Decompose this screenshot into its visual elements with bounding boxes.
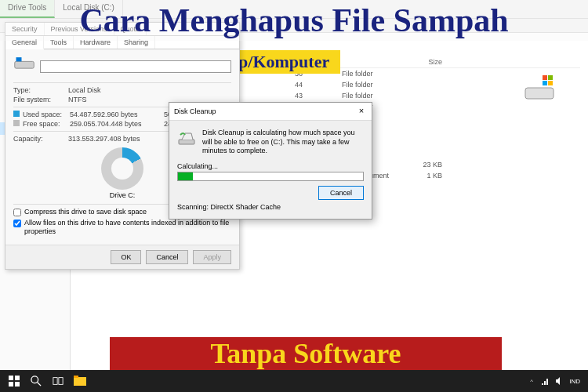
svg-rect-2 — [179, 140, 194, 144]
progress-bar — [177, 172, 364, 181]
svg-rect-10 — [15, 376, 20, 380]
fs-value: NTFS — [68, 96, 87, 103]
language-indicator[interactable]: IND — [569, 378, 580, 385]
task-view-icon[interactable] — [49, 372, 67, 390]
svg-rect-16 — [59, 378, 63, 385]
cleanup-cancel-button[interactable]: Cancel — [318, 186, 364, 200]
compress-label: Compress this drive to save disk space — [24, 208, 147, 216]
tutorial-overlay: Cara Menghapus File Sampah — [0, 0, 588, 41]
svg-rect-12 — [15, 382, 20, 387]
taskbar: ^ IND — [0, 370, 588, 392]
network-icon[interactable] — [541, 376, 550, 386]
tutorial-footer: Tanpa Software — [110, 337, 502, 370]
capacity-pie-chart — [101, 147, 143, 190]
svg-rect-3 — [525, 88, 554, 99]
free-label: Free space: — [23, 120, 70, 128]
index-checkbox[interactable] — [13, 220, 21, 227]
svg-rect-6 — [548, 75, 553, 80]
used-bytes: 54.487.592.960 bytes — [70, 111, 164, 118]
free-bytes: 259.055.704.448 bytes — [70, 120, 164, 128]
calculating-label: Calculating... — [177, 162, 364, 170]
start-button[interactable] — [5, 372, 24, 390]
drive-icon — [13, 56, 35, 78]
volume-icon[interactable] — [555, 376, 564, 386]
disk-cleanup-dialog: Disk Cleanup × Disk Cleanup is calculati… — [169, 102, 372, 220]
index-label: Allow files on this drive to have conten… — [24, 219, 231, 236]
system-tray: ^ IND — [527, 376, 585, 386]
chevron-up-icon[interactable]: ^ — [527, 376, 536, 386]
svg-rect-9 — [9, 376, 13, 380]
type-value: Local Disk — [68, 86, 101, 94]
close-icon[interactable]: × — [356, 106, 367, 117]
used-legend-icon — [13, 111, 20, 117]
drive-label-input[interactable] — [40, 60, 231, 73]
svg-rect-15 — [53, 378, 57, 385]
scanning-label: Scanning: — [177, 203, 209, 211]
col-size-header[interactable]: Size — [408, 58, 447, 66]
cleanup-icon — [177, 129, 196, 147]
capacity-bytes: 313.553.297.408 bytes — [68, 135, 140, 143]
ok-button[interactable]: OK — [111, 250, 141, 264]
svg-rect-5 — [543, 75, 547, 80]
cleanup-title: Disk Cleanup — [174, 107, 216, 115]
compress-checkbox[interactable] — [13, 209, 21, 216]
cleanup-message: Disk Cleanup is calculating how much spa… — [202, 129, 364, 156]
svg-rect-11 — [9, 382, 13, 387]
explorer-taskbar-icon[interactable] — [71, 372, 89, 390]
used-label: Used space: — [23, 111, 70, 118]
apply-button[interactable]: Apply — [193, 250, 231, 264]
svg-rect-18 — [74, 376, 78, 378]
tutorial-title: Cara Menghapus File Sampah — [0, 0, 588, 41]
svg-rect-17 — [74, 377, 86, 386]
svg-rect-8 — [548, 81, 553, 85]
svg-rect-1 — [16, 57, 22, 61]
free-legend-icon — [13, 120, 20, 126]
fs-label: File system: — [13, 96, 68, 103]
capacity-label: Capacity: — [13, 135, 68, 143]
cancel-button[interactable]: Cancel — [146, 250, 188, 264]
svg-line-14 — [38, 383, 41, 386]
type-label: Type: — [13, 86, 68, 94]
svg-rect-0 — [15, 61, 34, 68]
drive-icon — [522, 71, 557, 108]
svg-point-13 — [31, 376, 38, 383]
search-icon[interactable] — [27, 372, 45, 390]
svg-rect-7 — [543, 81, 547, 85]
scanning-value: DirectX Shader Cache — [211, 203, 281, 211]
